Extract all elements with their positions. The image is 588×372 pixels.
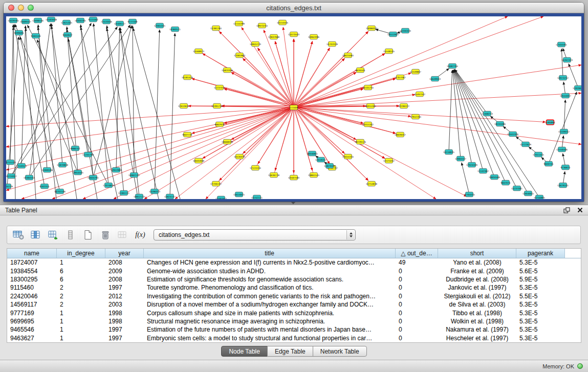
network-node[interactable]: 16754838	[366, 181, 377, 186]
network-node[interactable]: 16716895	[534, 195, 545, 199]
table-selector-dropdown[interactable]: citations_edges.txt	[154, 229, 356, 240]
network-node[interactable]: 9465546	[31, 33, 40, 38]
network-node[interactable]: 15639595	[8, 18, 19, 23]
network-node[interactable]: 19384554	[24, 175, 35, 180]
network-node[interactable]: 10973252	[557, 75, 569, 80]
network-node[interactable]: 11381111	[118, 190, 129, 195]
function-builder-icon[interactable]: f(x)	[133, 228, 147, 242]
network-node[interactable]: 14568913	[193, 49, 204, 54]
network-node[interactable]: 11142362	[477, 168, 489, 173]
table-row[interactable]: 946362711997Embryonic stem cells: a mode…	[7, 334, 581, 342]
delete-entries-icon[interactable]	[98, 228, 113, 242]
network-node[interactable]: 15339012	[558, 129, 570, 134]
network-window-titlebar[interactable]: citations_edges.txt	[4, 3, 584, 13]
network-node[interactable]: 12942284	[410, 114, 421, 119]
network-node[interactable]: 19086053	[366, 26, 377, 31]
network-node[interactable]: 10742111	[251, 195, 263, 199]
network-node[interactable]: 20689507	[20, 19, 31, 24]
network-node[interactable]: 10391210	[211, 103, 223, 108]
network-node[interactable]: 18625064	[342, 53, 354, 58]
network-node[interactable]: 10196372	[398, 103, 409, 108]
network-node[interactable]: 12610651	[178, 103, 189, 108]
table-row[interactable]: 2242004622012Investigating the contribut…	[7, 292, 581, 300]
network-canvas[interactable]: 1605536117015302182391261565433411731797…	[6, 16, 581, 199]
network-node[interactable]: 12837968	[268, 34, 279, 39]
network-node[interactable]: 16116835	[443, 149, 454, 155]
network-node[interactable]: 11549867	[410, 69, 421, 74]
network-node[interactable]: 11381264	[210, 26, 222, 31]
network-node[interactable]: 9607739	[182, 132, 192, 137]
splitter-grip-icon[interactable]	[291, 202, 296, 204]
network-node[interactable]: 16181419	[182, 75, 193, 80]
network-node[interactable]: 14636778	[268, 172, 279, 178]
network-node[interactable]: 13954505	[72, 170, 83, 175]
network-node[interactable]: 12764035	[464, 192, 475, 197]
network-node[interactable]: 12912990	[111, 167, 122, 172]
network-node[interactable]: 10200320	[400, 28, 411, 33]
network-node[interactable]: 18405908	[193, 158, 204, 163]
network-node[interactable]: 18724007	[6, 173, 17, 179]
network-node[interactable]: 12475052	[383, 158, 395, 163]
network-node[interactable]: 18544007	[560, 93, 571, 98]
network-node[interactable]: 9699695	[14, 30, 24, 35]
column-header-name[interactable]: name	[7, 249, 57, 258]
column-header-title[interactable]: title	[144, 249, 396, 258]
network-node[interactable]: 11870848	[57, 162, 68, 167]
table-row[interactable]: 977716911998Corpus callosum shape and si…	[7, 309, 581, 317]
network-node[interactable]: 18245086	[494, 121, 506, 126]
network-node[interactable]: 12124104	[250, 165, 261, 170]
network-node[interactable]: 14569117	[114, 21, 125, 26]
column-header-pagerank[interactable]: pagerank	[516, 249, 565, 258]
network-node[interactable]: 17081983	[234, 53, 245, 58]
close-panel-icon[interactable]	[577, 207, 583, 213]
network-node[interactable]: 9634505	[355, 68, 365, 73]
dropdown-stepper-icon[interactable]	[346, 230, 355, 239]
network-node[interactable]: 18852120	[134, 194, 145, 199]
network-node[interactable]: 172409	[290, 105, 298, 110]
network-node[interactable]: 15824147	[164, 194, 176, 199]
column-visibility-icon[interactable]	[29, 228, 43, 242]
network-node[interactable]: 11919622	[573, 85, 581, 91]
network-node[interactable]: 18973254	[256, 23, 268, 28]
network-node[interactable]: 18945720	[250, 41, 261, 47]
table-row[interactable]: 1456911722003Disruption of a novel membe…	[7, 300, 581, 309]
network-node[interactable]: 10715110	[6, 160, 16, 165]
network-node[interactable]: 16360571	[169, 27, 181, 32]
network-node[interactable]: 17924349	[466, 162, 477, 167]
table-row[interactable]: 1938455462009Genome-wide association stu…	[7, 267, 581, 275]
network-node[interactable]: 16649943	[429, 76, 441, 81]
tab-network-table[interactable]: Network Table	[313, 346, 367, 357]
network-node[interactable]: 18239126	[355, 139, 366, 144]
table-row[interactable]: 1872400712008Changes of HCN gene express…	[7, 258, 581, 267]
network-node[interactable]: 17591952	[215, 196, 227, 199]
network-node[interactable]: 14702106	[54, 189, 66, 194]
network-node[interactable]: 9736875	[560, 165, 570, 170]
network-node[interactable]: 11245788	[82, 152, 94, 157]
table-row[interactable]: 946554611997Estimation of the future num…	[7, 325, 581, 334]
network-node[interactable]: 15069596	[41, 167, 53, 172]
network-node[interactable]: 9603745	[543, 161, 553, 166]
network-node[interactable]: 14702039	[326, 41, 338, 47]
network-node[interactable]: 18511905	[387, 32, 399, 37]
network-node[interactable]: 15548105	[383, 49, 395, 54]
network-node[interactable]: 10587580	[288, 175, 299, 180]
network-node[interactable]: 9988702	[70, 146, 80, 151]
table-row[interactable]: 911546021997Tourette syndrome. Phenomeno…	[7, 283, 581, 292]
network-node[interactable]: 19487794	[447, 63, 458, 69]
network-node[interactable]: 19861545	[308, 172, 319, 178]
network-node[interactable]: 17011445	[533, 152, 544, 157]
row-height-icon[interactable]	[63, 228, 78, 242]
network-node[interactable]: 17015302	[362, 122, 374, 127]
tab-node-table[interactable]: Node Table	[221, 346, 268, 357]
network-node[interactable]: 18839057	[395, 132, 406, 137]
network-node[interactable]: 11925305	[61, 20, 72, 25]
network-node[interactable]: 16962096	[308, 34, 319, 39]
network-node[interactable]: 16154504	[277, 20, 288, 25]
network-node[interactable]: 12140571	[16, 163, 27, 168]
delete-table-icon[interactable]	[116, 228, 130, 242]
column-header-short[interactable]: short	[438, 249, 516, 258]
network-node[interactable]: 1595896	[545, 120, 555, 125]
network-node[interactable]: 11073503	[288, 32, 299, 37]
network-node[interactable]: 9847074	[500, 180, 510, 185]
network-node[interactable]: 9115460	[88, 17, 98, 22]
